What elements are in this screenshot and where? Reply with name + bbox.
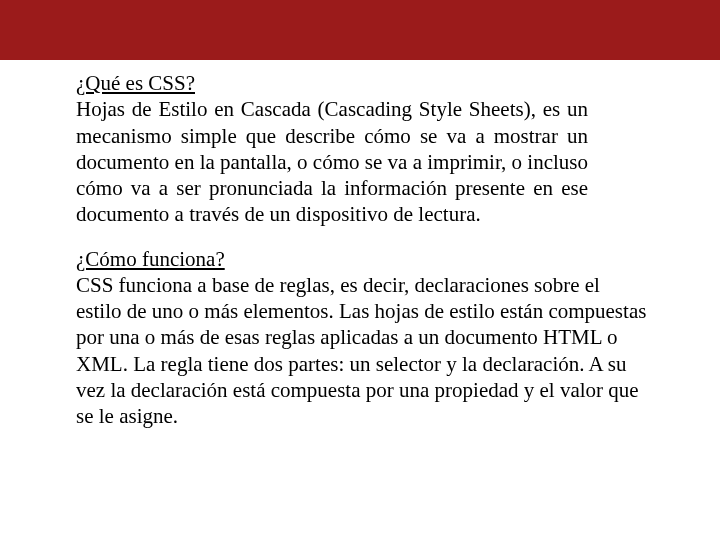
body-how-it-works: CSS funciona a base de reglas, es decir,… <box>76 272 650 430</box>
header-bar <box>0 0 720 60</box>
heading-what-is-css: ¿Qué es CSS? <box>76 70 650 96</box>
slide-content: ¿Qué es CSS? Hojas de Estilo en Cascada … <box>0 60 720 429</box>
body-what-is-css: Hojas de Estilo en Cascada (Cascading St… <box>76 96 650 227</box>
section-how-it-works: ¿Cómo funciona? CSS funciona a base de r… <box>76 246 650 430</box>
heading-how-it-works: ¿Cómo funciona? <box>76 246 650 272</box>
section-what-is-css: ¿Qué es CSS? Hojas de Estilo en Cascada … <box>76 70 650 228</box>
